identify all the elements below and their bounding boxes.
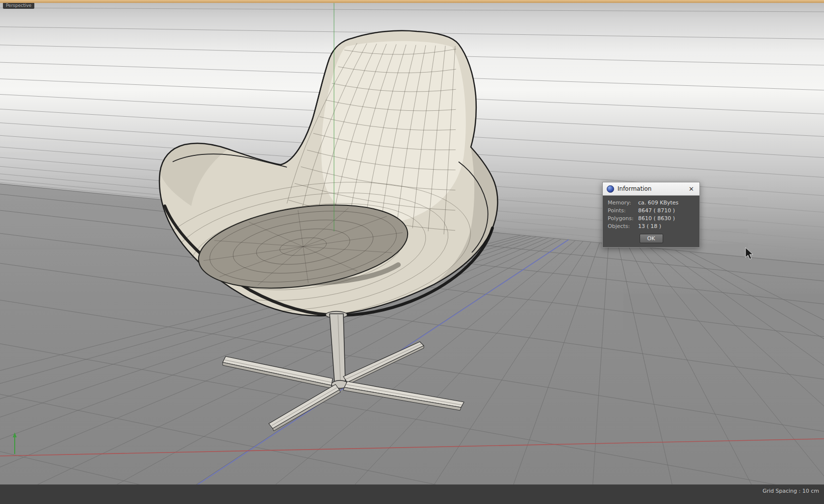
grid-spacing-status: Grid Spacing : 10 cm xyxy=(763,488,819,494)
objects-value: 13 ( 18 ) xyxy=(638,223,661,230)
information-dialog: Information ✕ Memory: ca. 609 KBytes Poi… xyxy=(602,182,700,248)
window-edge-strip xyxy=(0,0,824,3)
dialog-titlebar[interactable]: Information ✕ xyxy=(603,182,699,196)
objects-label: Objects: xyxy=(608,223,638,230)
camera-label: Perspective xyxy=(3,2,34,9)
dialog-row-points: Points: 8647 ( 8710 ) xyxy=(603,207,699,215)
dialog-row-objects: Objects: 13 ( 18 ) xyxy=(603,223,699,230)
dialog-row-polygons: Polygons: 8610 ( 8630 ) xyxy=(603,215,699,223)
polygons-label: Polygons: xyxy=(608,215,638,223)
dialog-body: Memory: ca. 609 KBytes Points: 8647 ( 87… xyxy=(603,196,699,247)
chair-back-inner xyxy=(321,41,466,224)
points-value: 8647 ( 8710 ) xyxy=(638,207,675,215)
scene-svg xyxy=(0,0,824,504)
app-sphere-icon xyxy=(607,185,614,193)
viewport-3d[interactable]: Perspective Information ✕ Memory: ca. 60… xyxy=(0,0,824,504)
dialog-row-memory: Memory: ca. 609 KBytes xyxy=(603,199,699,207)
close-icon[interactable]: ✕ xyxy=(687,185,695,193)
dialog-title: Information xyxy=(618,185,687,192)
memory-label: Memory: xyxy=(608,199,638,207)
polygons-value: 8610 ( 8630 ) xyxy=(638,215,675,223)
ok-row: OK xyxy=(603,234,699,243)
ok-button[interactable]: OK xyxy=(640,234,663,243)
points-label: Points: xyxy=(608,207,638,215)
memory-value: ca. 609 KBytes xyxy=(638,199,678,207)
status-bar: Grid Spacing : 10 cm xyxy=(0,484,824,504)
